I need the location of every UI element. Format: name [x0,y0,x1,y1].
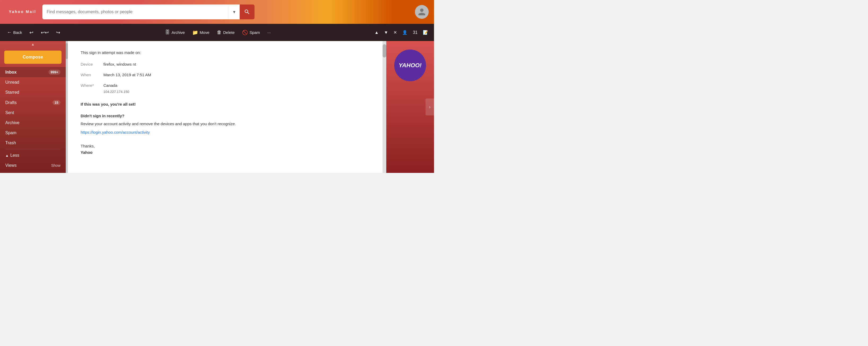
starred-label: Starred [5,90,60,95]
yahoo-circle-logo: YAHOO! [394,49,426,81]
calendar-button[interactable]: 31 [411,29,419,37]
back-arrow-icon: ← [7,30,12,35]
delete-button[interactable]: 🗑 Delete [214,28,237,37]
sidebar-item-sent[interactable]: Sent [0,108,66,118]
logo-text: Yahoo Mail [5,10,40,14]
didnt-sign-heading: Didn't sign in recently? [81,113,370,119]
archive-button[interactable]: 🗄 Archive [162,28,187,37]
when-label: When [81,72,99,78]
sidebar-item-trash[interactable]: Trash [0,138,66,148]
folders-section: Folders Hide [0,171,66,173]
sign-in-intro: This sign in attempt was made on: [81,49,370,56]
where-value-group: Canada 104.227.174.150 [103,82,129,95]
when-value: March 13, 2019 at 7:51 AM [103,72,151,78]
reply-icon: ↩ [29,30,33,35]
back-button[interactable]: ← Back [4,28,25,37]
views-show-button[interactable]: Show [51,163,60,168]
spam-label: Spam [249,30,260,35]
where-ip: 104.227.174.150 [103,89,129,95]
sidebar-item-spam[interactable]: Spam [0,128,66,138]
less-caret-icon: ▲ [5,153,9,158]
compose-button[interactable]: Compose [4,50,62,64]
sidebar-item-drafts[interactable]: Drafts 15 [0,97,66,108]
sidebar-item-unread[interactable]: Unread [0,77,66,88]
sidebar: ▲ Compose Inbox 999+ Unread Starred Draf… [0,41,66,173]
header: Yahoo Mail ▾ [0,0,434,24]
back-label: Back [13,30,22,35]
delete-label: Delete [223,30,235,35]
all-set-text: If this was you, you're all set! [81,101,370,107]
sidebar-divider-1 [5,149,60,149]
where-row: Where* Canada 104.227.174.150 [81,82,370,95]
search-button[interactable] [240,4,254,19]
forward-icon: ↪ [56,30,60,35]
right-panel: YAHOO! › [386,41,434,173]
contacts-icon-button[interactable]: 👤 [401,28,409,37]
trash-label: Trash [5,141,60,145]
search-icon [244,9,250,15]
sidebar-item-starred[interactable]: Starred [0,88,66,97]
thanks-text: Thanks, [81,143,370,149]
spam-label: Spam [5,131,60,135]
archive-label: Archive [172,30,185,35]
spam-icon: 🚫 [242,30,248,35]
email-scroll-bar [382,41,386,173]
archive-label: Archive [5,120,60,125]
activity-link[interactable]: https://login.yahoo.com/account/activity [81,130,150,135]
move-button[interactable]: 📁 Move [190,28,212,37]
search-input[interactable] [42,4,228,19]
email-scroll-thumb [382,44,386,58]
compose-list-icon: 📝 [423,30,428,35]
search-dropdown-button[interactable]: ▾ [228,4,240,19]
yahoo-signature: Yahoo [81,149,370,155]
reply-all-icon: ↩↩ [41,30,49,35]
didnt-sign-body: Review your account activity and remove … [81,121,370,127]
move-icon: 📁 [192,30,198,35]
contacts-icon: 👤 [402,30,407,35]
inbox-label: Inbox [5,70,49,75]
calendar-icon: 31 [413,30,417,35]
more-label: ··· [267,30,271,35]
device-label: Device [81,61,99,68]
more-button[interactable]: ··· [265,29,273,36]
device-value: firefox, windows nt [103,61,136,68]
unread-label: Unread [5,80,60,85]
sent-label: Sent [5,110,60,115]
less-label: Less [10,153,60,158]
main-content: ▲ Compose Inbox 999+ Unread Starred Draf… [0,41,434,173]
yahoo-circle-text: YAHOO! [399,62,422,69]
close-button[interactable]: ✕ [392,28,399,37]
right-chevron-button[interactable]: › [426,99,434,115]
reply-all-button[interactable]: ↩↩ [38,28,52,37]
toolbar: ← Back ↩ ↩↩ ↪ 🗄 Archive 📁 Move 🗑 Delete … [0,24,434,41]
drafts-badge: 15 [53,100,60,105]
toolbar-right-actions: ▲ ▼ ✕ 👤 31 📝 [373,28,430,37]
drafts-label: Drafts [5,100,53,105]
spam-button[interactable]: 🚫 Spam [239,28,262,37]
forward-button[interactable]: ↪ [54,28,63,37]
email-body: This sign in attempt was made on: Device… [68,41,382,173]
search-bar: ▾ [42,4,254,19]
sidebar-item-archive[interactable]: Archive [0,118,66,128]
delete-icon: 🗑 [217,30,222,35]
down-button[interactable]: ▼ [382,29,390,37]
compose-list-button[interactable]: 📝 [421,28,430,37]
sidebar-item-inbox[interactable]: Inbox 999+ [0,67,66,77]
up-button[interactable]: ▲ [373,29,380,37]
email-area: This sign in attempt was made on: Device… [68,41,434,173]
sidebar-item-less[interactable]: ▲ Less [0,150,66,161]
header-right [415,5,429,19]
inbox-badge: 999+ [49,70,60,75]
email-view: This sign in attempt was made on: Device… [68,41,382,173]
sidebar-scroll-indicator [66,41,68,173]
device-row: Device firefox, windows nt [81,61,370,68]
where-label: Where* [81,82,99,89]
when-row: When March 13, 2019 at 7:51 AM [81,72,370,78]
sidebar-scroll-up[interactable]: ▲ [0,41,66,47]
move-label: Move [199,30,210,35]
yahoo-logo: Yahoo Mail [5,10,40,14]
avatar[interactable] [415,5,429,19]
reply-button[interactable]: ↩ [27,28,36,37]
views-label: Views [5,163,51,168]
user-icon [417,8,426,16]
